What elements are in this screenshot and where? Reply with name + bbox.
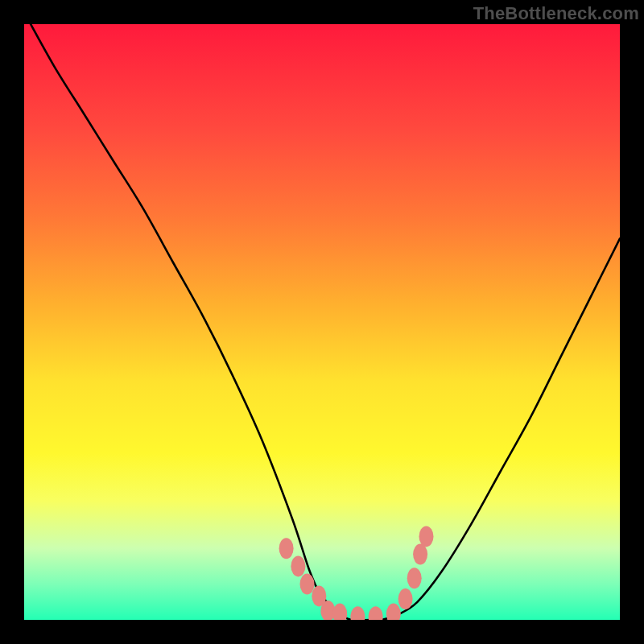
curve-marker	[291, 555, 305, 576]
watermark-text: TheBottleneck.com	[473, 3, 639, 24]
curve-marker	[386, 604, 401, 620]
curve-marker	[398, 588, 413, 609]
curve-marker	[407, 568, 422, 588]
curve-marker	[279, 538, 294, 559]
curve-marker	[369, 606, 383, 620]
curve-marker	[332, 604, 347, 620]
curve-markers	[279, 526, 434, 620]
bottleneck-curve-svg	[24, 24, 620, 620]
curve-marker	[419, 526, 434, 547]
curve-marker	[350, 606, 365, 620]
chart-frame: TheBottleneck.com	[0, 0, 644, 644]
curve-marker	[300, 574, 315, 595]
bottleneck-curve	[24, 24, 620, 620]
plot-area	[24, 24, 620, 620]
curve-marker	[413, 544, 427, 565]
